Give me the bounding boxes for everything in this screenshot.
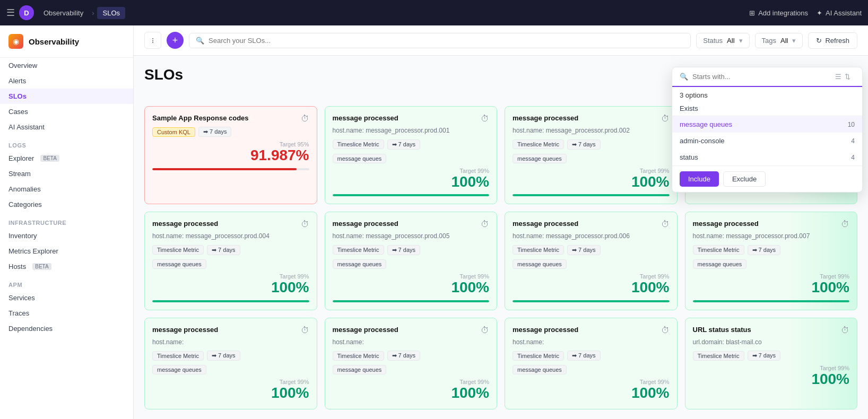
- ai-icon: ✦: [817, 9, 822, 17]
- gauge-icon: ⏱: [841, 326, 849, 335]
- refresh-icon: ↻: [816, 37, 822, 45]
- dropdown-item-admin-console[interactable]: admin-console 4: [672, 133, 862, 149]
- sidebar-item-alerts[interactable]: Alerts: [0, 73, 133, 89]
- search-icon: 🔍: [680, 73, 688, 81]
- sidebar-item-explorer[interactable]: Explorer BETA: [0, 151, 133, 166]
- sidebar-item-cases[interactable]: Cases: [0, 104, 133, 119]
- slo-card[interactable]: URL status status ⏱ url.domain: blast-ma…: [685, 318, 858, 409]
- sidebar-item-anomalies[interactable]: Anomalies: [0, 181, 133, 197]
- sort-icon[interactable]: ⇅: [845, 73, 850, 81]
- search-input[interactable]: [209, 37, 684, 45]
- search-icon: 🔍: [196, 37, 204, 45]
- filter-icon: ⫶: [151, 37, 155, 45]
- sidebar-item-traces[interactable]: Traces: [0, 305, 133, 321]
- chevron-down-icon: ▾: [739, 37, 743, 45]
- gauge-icon: ⏱: [301, 114, 309, 124]
- sidebar-item-metrics-explorer[interactable]: Metrics Explorer: [0, 243, 133, 259]
- gauge-icon: ⏱: [661, 326, 670, 335]
- sidebar-header: ◉ Observability: [0, 25, 133, 58]
- include-button[interactable]: Include: [680, 171, 719, 187]
- toolbar: ⫶ + 🔍 Status All ▾ Tags All ▾ ↻ Refresh: [134, 25, 868, 56]
- gauge-icon: ⏱: [301, 220, 309, 229]
- filter-button[interactable]: ⫶: [144, 32, 161, 49]
- exists-label: Exists: [672, 101, 862, 116]
- chevron-down-icon: ▾: [792, 37, 796, 45]
- slo-card[interactable]: message processed ⏱ host.name: message_p…: [325, 212, 498, 310]
- breadcrumb-observability[interactable]: Observability: [38, 7, 89, 19]
- slo-card[interactable]: message processed ⏱ host.name: Timeslice…: [144, 318, 317, 409]
- gauge-icon: ⏱: [481, 220, 489, 229]
- sidebar-item-slos[interactable]: SLOs: [0, 89, 133, 104]
- ai-assistant-button[interactable]: ✦ AI Assistant: [817, 9, 862, 17]
- sidebar-section-apm: APM: [0, 274, 133, 290]
- exclude-button[interactable]: Exclude: [723, 171, 766, 187]
- tags-dropdown: 🔍 ☰ ⇅ 3 options Exists message queues 10…: [672, 67, 863, 193]
- slo-card[interactable]: message processed ⏱ host.name: Timeslice…: [505, 318, 678, 409]
- add-slo-button[interactable]: +: [167, 32, 184, 49]
- breadcrumb-slos[interactable]: SLOs: [97, 7, 125, 19]
- slo-card[interactable]: message processed ⏱ host.name: message_p…: [144, 212, 317, 310]
- app-logo: ◉: [8, 34, 23, 49]
- tags-filter[interactable]: Tags All ▾: [755, 33, 803, 48]
- dropdown-count: 3 options: [680, 91, 708, 99]
- slo-card[interactable]: message processed ⏱ host.name: message_p…: [685, 212, 858, 310]
- slo-card[interactable]: message processed ⏱ host.name: message_p…: [505, 106, 678, 204]
- sidebar-item-overview[interactable]: Overview: [0, 58, 133, 73]
- sidebar-item-hosts[interactable]: Hosts BETA: [0, 259, 133, 274]
- page-title: SLOs: [144, 66, 183, 83]
- sidebar-title: Observability: [29, 37, 79, 46]
- sidebar-section-infrastructure: Infrastructure: [0, 212, 133, 228]
- sidebar-item-services[interactable]: Services: [0, 290, 133, 305]
- search-container: 🔍: [189, 33, 691, 48]
- hamburger-menu-icon[interactable]: ☰: [6, 7, 15, 19]
- sidebar-item-stream[interactable]: Stream: [0, 166, 133, 181]
- gauge-icon: ⏱: [481, 114, 489, 124]
- user-avatar[interactable]: D: [19, 5, 34, 20]
- breadcrumb: Observability › SLOs: [38, 7, 125, 19]
- sidebar-item-ai-assistant[interactable]: AI Assistant: [0, 119, 133, 135]
- sidebar-item-categories[interactable]: Categories: [0, 197, 133, 212]
- integrations-icon: ⊞: [749, 9, 755, 17]
- gauge-icon: ⏱: [481, 326, 489, 335]
- dropdown-search-input[interactable]: [692, 73, 827, 81]
- slo-card[interactable]: message processed ⏱ host.name: Timeslice…: [325, 318, 498, 409]
- dropdown-item-message-queues[interactable]: message queues 10: [672, 116, 862, 133]
- sidebar-item-inventory[interactable]: Inventory: [0, 228, 133, 243]
- gauge-icon: ⏱: [661, 114, 670, 124]
- gauge-icon: ⏱: [841, 220, 849, 229]
- sidebar: ◉ Observability Overview Alerts SLOs Cas…: [0, 25, 134, 419]
- status-filter[interactable]: Status All ▾: [696, 33, 749, 48]
- slo-card[interactable]: message processed ⏱ host.name: message_p…: [505, 212, 678, 310]
- top-navigation: ☰ D Observability › SLOs ⊞ Add integrati…: [0, 0, 868, 25]
- refresh-button[interactable]: ↻ Refresh: [808, 32, 857, 49]
- dropdown-item-status[interactable]: status 4: [672, 149, 862, 165]
- list-view-icon[interactable]: ☰: [835, 73, 841, 81]
- gauge-icon: ⏱: [661, 220, 670, 229]
- add-integrations-button[interactable]: ⊞ Add integrations: [749, 9, 808, 17]
- slo-card[interactable]: message processed ⏱ host.name: message_p…: [325, 106, 498, 204]
- gauge-icon: ⏱: [301, 326, 309, 335]
- slo-card[interactable]: Sample App Response codes ⏱ Custom KQL ➡…: [144, 106, 317, 204]
- sidebar-section-logs: Logs: [0, 135, 133, 151]
- sidebar-item-dependencies[interactable]: Dependencies: [0, 321, 133, 336]
